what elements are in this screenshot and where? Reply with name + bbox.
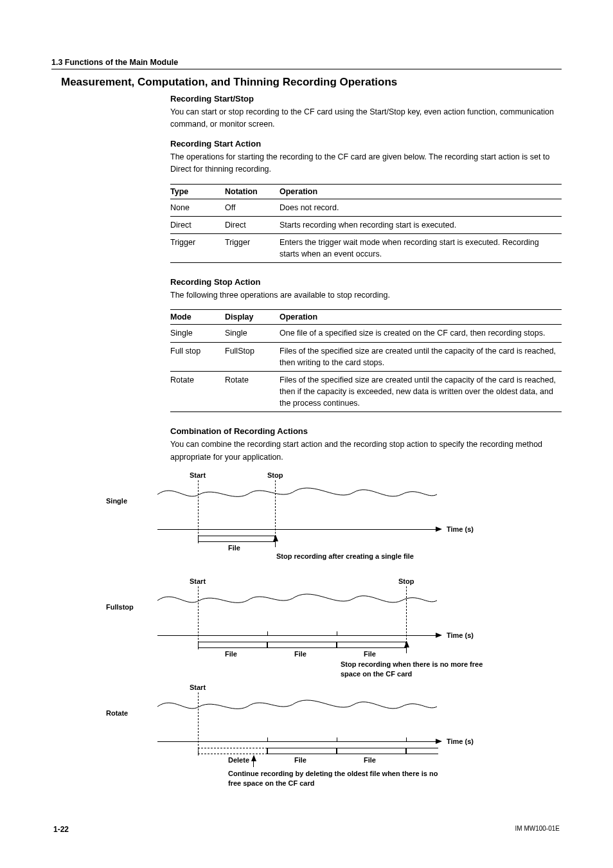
waveform [157,695,440,721]
file-box [337,748,406,754]
label-stop: Stop [398,577,414,585]
up-arrow-stem [253,761,254,767]
axis-tick [267,737,268,742]
para-recording-stop-action: The following three operations are avail… [170,289,562,302]
doc-id: IM MW100-01E [515,825,560,834]
up-arrow-stem [275,541,276,547]
arrow-right-icon [436,739,442,744]
th-mode: Mode [170,310,225,325]
file-label: File [225,650,237,658]
heading-recording-start-stop: Recording Start/Stop [170,94,562,104]
label-stop: Stop [267,471,283,479]
label-start: Start [190,683,206,691]
up-arrow-icon [251,755,256,761]
para-combination: You can combine the recording start acti… [170,439,562,464]
th-type: Type [170,184,225,199]
file-box [267,748,337,754]
para-recording-start-stop: You can start or stop recording to the C… [170,106,562,131]
time-label: Time (s) [447,631,474,639]
file-box-deleted [198,748,267,754]
file-box [337,642,406,648]
table-row: NoneOffDoes not record. [170,199,562,216]
table-row: RotateRotateFiles of the specified size … [170,371,562,411]
table-row: DirectDirectStarts recording when record… [170,216,562,233]
file-box [198,536,275,542]
axis-tick [267,631,268,636]
up-arrow-icon [404,641,409,647]
file-box [406,748,438,754]
table-row: Full stopFullStopFiles of the specified … [170,342,562,371]
diagrams: Single Start Stop Time (s) File Stop rec… [154,471,562,796]
arrow-right-icon [436,527,442,532]
page-title: Measurement, Computation, and Thinning R… [61,76,562,89]
th-display: Display [225,310,280,325]
table-row: TriggerTriggerEnters the trigger wait mo… [170,233,562,262]
caption-fullstop: Stop recording when there is no more fre… [341,660,488,679]
file-label: File [364,756,376,764]
file-label: File [294,650,306,658]
diagram-label-single: Single [106,497,127,505]
caption-single: Stop recording after creating a single f… [276,552,414,561]
up-arrow-stem [406,647,407,653]
th-operation: Operation [280,310,562,325]
file-box [267,642,337,648]
axis-tick [406,737,407,742]
label-start: Start [190,471,206,479]
heading-recording-start-action: Recording Start Action [170,139,562,149]
diagram-rotate: Rotate Start Time (s) Delete File File C… [154,683,562,796]
up-arrow-icon [273,535,278,541]
heading-combination: Combination of Recording Actions [170,426,562,436]
label-start: Start [190,577,206,585]
page-number: 1-22 [53,825,69,834]
caption-rotate: Continue recording by deleting the oldes… [228,769,440,788]
diagram-fullstop: Fullstop Start Stop Time (s) File File F… [154,577,562,683]
time-label: Time (s) [447,737,474,745]
diagram-single: Single Start Stop Time (s) File Stop rec… [154,471,562,577]
th-operation: Operation [280,184,562,199]
table-stop-action: Mode Display Operation SingleSingleOne f… [170,309,562,412]
page-footer: 1-22 IM MW100-01E [51,825,562,834]
waveform [157,483,440,509]
delete-label: Delete [228,756,249,764]
section-header: 1.3 Functions of the Main Module [51,58,562,69]
arrow-right-icon [436,633,442,638]
table-row: SingleSingleOne file of a specified size… [170,325,562,342]
file-label: File [364,650,376,658]
file-label: File [294,756,306,764]
time-axis [157,635,437,636]
para-recording-start-action: The operations for starting the recordin… [170,151,562,176]
th-notation: Notation [225,184,280,199]
axis-tick [337,737,337,742]
time-axis [157,741,437,742]
time-axis [157,529,437,530]
heading-recording-stop-action: Recording Stop Action [170,277,562,287]
axis-tick [337,631,337,636]
file-label: File [228,544,240,552]
file-box [198,642,267,648]
time-label: Time (s) [447,525,474,533]
table-start-action: Type Notation Operation NoneOffDoes not … [170,184,562,264]
diagram-label-rotate: Rotate [106,709,128,717]
diagram-label-fullstop: Fullstop [106,603,134,611]
waveform [157,589,440,615]
